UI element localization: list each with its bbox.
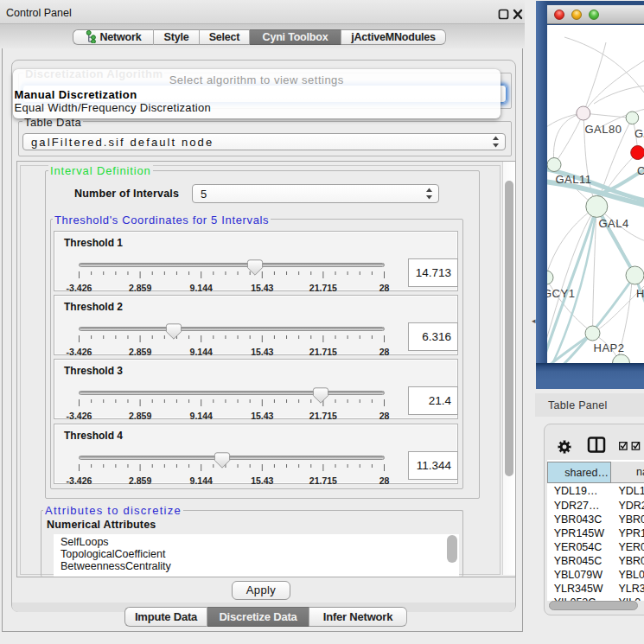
svg-text:GA: GA <box>634 127 644 140</box>
svg-text:GCY1: GCY1 <box>547 287 575 300</box>
svg-text:H: H <box>636 287 644 300</box>
svg-text:HAP2: HAP2 <box>594 341 625 354</box>
svg-text:C: C <box>637 164 644 177</box>
svg-text:GAL4: GAL4 <box>599 217 629 230</box>
svg-text:GAL80: GAL80 <box>585 123 622 136</box>
svg-text:GAL11: GAL11 <box>556 173 592 186</box>
